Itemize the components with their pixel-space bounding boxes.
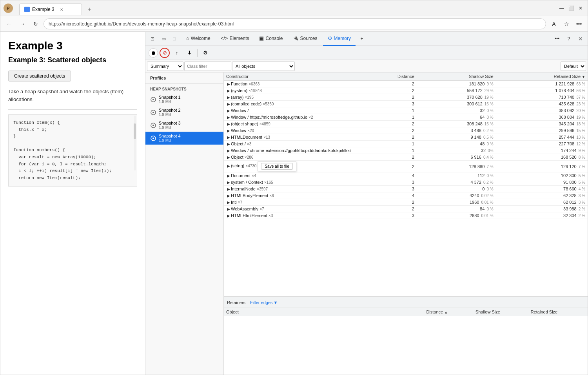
nav-bar: ← → ↻ A‪ ☆ ••• xyxy=(0,16,588,32)
row-count: ×5350 xyxy=(263,102,274,106)
cell-shallow: 84 0 % xyxy=(417,206,496,212)
profile-item-3[interactable]: Snapshot 3 1.9 MB xyxy=(145,119,223,132)
profile-item-2[interactable]: Snapshot 2 1.9 MB xyxy=(145,106,223,119)
devtools-close-button[interactable]: ✕ xyxy=(575,33,586,44)
retained-pct: 5 % xyxy=(579,180,585,185)
table-row[interactable]: ▶InternalNode ×3597 3 0 0 % 78 660 4 % xyxy=(224,186,588,192)
constructor-name: (object shape) xyxy=(231,121,258,126)
favorites-button[interactable]: ☆ xyxy=(561,18,572,29)
svg-point-3 xyxy=(152,112,154,113)
retainers-col-retained[interactable]: Retained Size xyxy=(528,308,588,316)
table-row[interactable]: ▶Document ×4 4 112 0 % 102 300 5 % xyxy=(224,172,588,179)
table-row[interactable]: ▶HTMLHtmlElement ×3 3 2880 0.01 % 32 304… xyxy=(224,212,588,219)
clear-profiles-button[interactable]: ⊘ xyxy=(160,48,170,58)
load-profile-button[interactable]: ↑ xyxy=(171,47,182,58)
minimize-button[interactable]: — xyxy=(558,4,566,12)
tab-memory[interactable]: ⚙ Memory xyxy=(323,32,356,46)
save-profile-button[interactable]: ⬇ xyxy=(184,47,195,58)
col-header-distance[interactable]: Distance xyxy=(388,72,417,81)
default-selector[interactable]: Default xyxy=(561,62,586,71)
tab-console[interactable]: ▣ Console xyxy=(254,32,287,46)
tab-welcome[interactable]: ⌂ Welcome xyxy=(181,32,215,46)
cell-retained: 435 628 23 % xyxy=(496,101,588,107)
table-row[interactable]: ▶Window ×20 2 3 488 0.2 % 299 596 15 % xyxy=(224,127,588,134)
row-expand-icon: ▶ xyxy=(227,109,230,113)
table-row[interactable]: ▶(compiled code) ×5350 3 300 612 16 % 43… xyxy=(224,101,588,107)
view-selector[interactable]: Summary Containment Dominators Statistic… xyxy=(147,62,183,71)
col-header-constructor[interactable]: Constructor xyxy=(224,72,388,81)
row-count: ×20 xyxy=(247,129,254,133)
save-all-to-file-tooltip[interactable]: Save all to file xyxy=(258,161,296,171)
table-row[interactable]: ▶(string) ×4730 Save all to file 2 128 8… xyxy=(224,161,588,172)
row-count: ×4730 xyxy=(245,164,256,168)
create-scattered-objects-button[interactable]: Create scattered objects xyxy=(8,71,71,82)
tab-close-button[interactable]: ✕ xyxy=(58,6,65,13)
tab-elements[interactable]: </> Elements xyxy=(216,32,254,46)
cell-retained: 168 520 8 % xyxy=(496,154,588,161)
devtools-help-button[interactable]: ? xyxy=(563,33,574,44)
cell-shallow: 0 0 % xyxy=(417,186,496,192)
row-expand-icon: ▶ xyxy=(227,135,230,139)
maximize-button[interactable]: ⬜ xyxy=(567,4,575,12)
table-row[interactable]: ▶Window / chrome-extension://gpphkfbcpid… xyxy=(224,147,588,154)
tab-sources[interactable]: 🔌 Sources xyxy=(289,32,322,46)
more-button[interactable]: ••• xyxy=(573,18,584,29)
close-button[interactable]: ✕ xyxy=(577,4,584,12)
cell-shallow: 308 248 16 % xyxy=(417,121,496,127)
profile-item-1[interactable]: Snapshot 1 1.9 MB xyxy=(145,93,223,106)
table-row[interactable]: ▶system / Context ×165 3 4 372 0.2 % 91 … xyxy=(224,179,588,186)
table-row[interactable]: ▶(system) ×19848 2 558 172 29 % 1 078 40… xyxy=(224,87,588,94)
row-expand-icon: ▶ xyxy=(227,142,230,146)
back-button[interactable]: ← xyxy=(4,18,15,29)
responsive-button[interactable]: ▭ xyxy=(158,33,169,44)
profile-item-4[interactable]: Snapshot 4 1.9 MB xyxy=(145,132,223,145)
table-row[interactable]: ▶HTMLDocument ×13 2 9 148 0.5 % 257 444 … xyxy=(224,134,588,141)
retainers-col-distance[interactable]: Distance ▲ xyxy=(424,308,473,316)
table-row[interactable]: ▶HTMLBodyElement ×6 4 4240 0.02 % 62 328… xyxy=(224,192,588,199)
save-all-to-file-button[interactable]: Save all to file xyxy=(261,163,292,170)
take-snapshot-button[interactable]: ⏺ xyxy=(149,48,158,58)
table-row[interactable]: ▶Intl ×7 2 1960 0.01 % 62 012 3 % xyxy=(224,199,588,206)
code-scrollbar[interactable] xyxy=(134,116,136,170)
retainers-col-shallow[interactable]: Shallow Size xyxy=(473,308,528,316)
table-row[interactable]: ▶Object ×286 2 6 916 0.4 % 168 520 8 % xyxy=(224,154,588,161)
browser-tab[interactable]: Example 3 ✕ xyxy=(19,4,82,15)
table-row[interactable]: ▶Window / 1 32 0 % 383 092 20 % xyxy=(224,107,588,114)
table-row[interactable]: ▶Window / https://microsoftedge.github.i… xyxy=(224,114,588,121)
col-header-shallow[interactable]: Shallow Size xyxy=(417,72,496,81)
devtools-more-button[interactable]: ••• xyxy=(552,33,563,44)
new-tab-button[interactable]: + xyxy=(83,4,95,15)
class-filter-input[interactable] xyxy=(184,62,231,71)
forward-button[interactable]: → xyxy=(17,18,28,29)
svg-point-5 xyxy=(152,125,154,126)
add-tab-button[interactable]: + xyxy=(356,33,367,44)
heap-snapshots-section: HEAP SNAPSHOTS Snapshot 1 1.9 MB xyxy=(145,84,223,146)
table-row[interactable]: ▶(array) ×195 2 370 628 19 % 710 740 37 … xyxy=(224,94,588,101)
filter-edges-button[interactable]: Filter edges ▼ xyxy=(247,299,281,306)
cell-constructor: ▶HTMLDocument ×13 xyxy=(224,134,388,141)
col-header-retained[interactable]: Retained Size ▼ xyxy=(496,72,588,81)
settings-button[interactable]: ⚙ xyxy=(200,47,211,58)
address-bar[interactable] xyxy=(44,18,546,29)
row-count: ×2 xyxy=(309,115,313,120)
read-aloud-button[interactable]: A‪ xyxy=(548,18,559,29)
refresh-button[interactable]: ↻ xyxy=(30,18,41,29)
retained-pct: 2 % xyxy=(579,214,585,218)
retained-pct: 18 % xyxy=(576,122,585,126)
retainers-col-object[interactable]: Object xyxy=(224,308,424,316)
table-row[interactable]: ▶Function ×6363 2 181 820 9 % 1 221 928 … xyxy=(224,81,588,87)
heap-table-container[interactable]: Constructor Distance Shallow Size Retain… xyxy=(224,72,588,296)
constructor-name: (string) xyxy=(231,163,244,168)
row-expand-icon: ▶ xyxy=(227,214,230,218)
cell-constructor: ▶Object / ×3 xyxy=(224,141,388,147)
heap-table-body: ▶Function ×6363 2 181 820 9 % 1 221 928 … xyxy=(224,81,588,219)
dock-button[interactable]: ⊡ xyxy=(147,33,158,44)
drawer-button[interactable]: □ xyxy=(169,33,180,44)
cell-retained: 91 800 5 % xyxy=(496,179,588,186)
row-expand-icon: ▶ xyxy=(227,194,230,198)
constructor-name: Window / https://microsoftedge.github.io xyxy=(231,115,307,120)
table-row[interactable]: ▶Object / ×3 1 48 0 % 227 708 12 % xyxy=(224,141,588,147)
table-row[interactable]: ▶(object shape) ×4859 2 308 248 16 % 345… xyxy=(224,121,588,127)
table-row[interactable]: ▶WebAssembly ×7 2 84 0 % 33 988 2 % xyxy=(224,206,588,212)
objects-selector[interactable]: All objects Objects allocated before Sna… xyxy=(232,62,295,71)
